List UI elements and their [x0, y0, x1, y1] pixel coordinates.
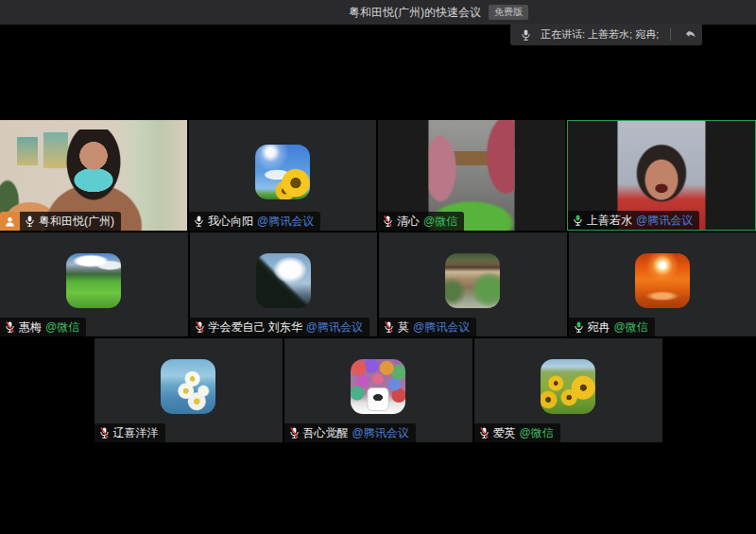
platform-suffix: @微信	[45, 319, 79, 336]
avatar	[351, 359, 405, 414]
meeting-title: 粤和田悦(广州)的快速会议	[349, 5, 481, 21]
name-label: 莫 @腾讯会议	[379, 318, 476, 336]
mic-icon	[194, 215, 204, 228]
mic-muted-icon	[5, 320, 15, 334]
avatar	[541, 359, 595, 414]
host-person-icon	[4, 215, 16, 228]
platform-suffix: @微信	[614, 319, 648, 336]
video-tile[interactable]: 学会爱自己 刘东华 @腾讯会议	[190, 233, 378, 336]
free-version-badge: 免费版	[489, 5, 528, 20]
participant-name: 吾心觉醒	[303, 425, 349, 441]
video-tile[interactable]: 莫 @腾讯会议	[379, 233, 567, 336]
participant-label: 粤和田悦(广州)	[0, 212, 121, 231]
video-tile[interactable]: 清心 @微信	[378, 120, 565, 231]
name-label: 辽喜洋洋	[94, 423, 165, 442]
video-tile[interactable]: 上善若水 @腾讯会议	[567, 120, 756, 231]
participant-name: 莫	[398, 319, 409, 336]
name-label: 我心向阳 @腾讯会议	[189, 212, 320, 231]
participant-name: 我心向阳	[208, 214, 253, 230]
participant-label: 辽喜洋洋	[94, 423, 165, 442]
mic-muted-icon	[383, 215, 393, 228]
collapse-reply-arrow-icon[interactable]	[678, 28, 702, 41]
participant-label: 清心 @微信	[378, 212, 464, 231]
platform-suffix: @微信	[423, 214, 457, 230]
speaking-now-text: 正在讲话: 上善若水; 宛冉;	[541, 27, 666, 42]
grid-row-1: 粤和田悦(广州) 我心向阳 @腾讯会议 清心	[0, 120, 756, 231]
name-label: 吾心觉醒 @腾讯会议	[284, 423, 416, 442]
mic-speaking-icon	[574, 320, 584, 334]
video-tile[interactable]: 粤和田悦(广州)	[0, 120, 187, 231]
avatar	[256, 253, 311, 308]
name-label: 清心 @微信	[378, 212, 464, 231]
name-label: 惠梅 @微信	[0, 318, 86, 336]
platform-suffix: @腾讯会议	[257, 214, 314, 230]
name-label: 上善若水 @腾讯会议	[568, 211, 699, 230]
platform-suffix: @腾讯会议	[413, 319, 470, 336]
mic-muted-icon	[479, 426, 490, 439]
speaking-status-bar: 正在讲话: 上善若水; 宛冉;	[510, 24, 702, 45]
video-tile[interactable]: 爱英 @微信	[474, 338, 662, 442]
grid-row-3: 辽喜洋洋 吾心觉醒 @腾讯会议 爱	[94, 338, 662, 442]
participant-name: 辽喜洋洋	[113, 425, 159, 441]
participant-label: 宛冉 @微信	[569, 318, 655, 336]
participant-label: 爱英 @微信	[474, 423, 560, 442]
participant-name: 爱英	[493, 425, 516, 441]
divider	[670, 28, 671, 41]
video-tile[interactable]: 宛冉 @微信	[569, 233, 756, 336]
participant-label: 我心向阳 @腾讯会议	[189, 212, 320, 231]
participant-label: 惠梅 @微信	[0, 318, 86, 336]
platform-suffix: @微信	[520, 425, 554, 441]
participant-label: 上善若水 @腾讯会议	[568, 211, 699, 230]
video-tile[interactable]: 吾心觉醒 @腾讯会议	[284, 338, 472, 442]
mic-muted-icon	[384, 320, 394, 334]
name-label: 学会爱自己 刘东华 @腾讯会议	[190, 318, 370, 336]
participant-name: 清心	[397, 214, 420, 230]
platform-suffix: @腾讯会议	[636, 213, 693, 229]
mic-muted-icon	[289, 426, 300, 439]
avatar	[66, 253, 121, 308]
participant-label: 莫 @腾讯会议	[379, 318, 476, 336]
grid-row-2: 惠梅 @微信 学会爱自己 刘东华 @腾讯会议	[0, 233, 756, 336]
mic-icon	[25, 215, 35, 228]
video-tile[interactable]: 惠梅 @微信	[0, 233, 188, 336]
name-label: 宛冉 @微信	[569, 318, 655, 336]
participant-name: 惠梅	[19, 319, 42, 336]
video-tile[interactable]: 辽喜洋洋	[94, 338, 283, 442]
name-label: 粤和田悦(广州)	[20, 212, 121, 231]
mic-speaking-icon	[573, 214, 583, 227]
name-label: 爱英 @微信	[474, 423, 560, 442]
participant-name: 粤和田悦(广州)	[39, 214, 114, 230]
meeting-window: 粤和田悦(广州)的快速会议 免费版 正在讲话: 上善若水; 宛冉;	[0, 0, 756, 534]
avatar	[161, 359, 215, 414]
participant-name: 学会爱自己 刘东华	[209, 319, 302, 336]
video-grid: 粤和田悦(广州) 我心向阳 @腾讯会议 清心	[0, 120, 756, 442]
participant-label: 学会爱自己 刘东华 @腾讯会议	[190, 318, 370, 336]
video-tile[interactable]: 我心向阳 @腾讯会议	[189, 120, 376, 231]
participant-name: 宛冉	[588, 319, 610, 336]
platform-suffix: @腾讯会议	[352, 425, 409, 441]
mic-muted-icon	[99, 426, 110, 439]
title-bar: 粤和田悦(广州)的快速会议 免费版	[0, 0, 756, 25]
microphone-icon	[510, 28, 541, 42]
participant-label: 吾心觉醒 @腾讯会议	[284, 423, 416, 442]
avatar	[255, 145, 310, 199]
avatar	[445, 253, 500, 308]
host-badge	[0, 212, 20, 231]
platform-suffix: @腾讯会议	[306, 319, 363, 336]
avatar	[635, 253, 690, 308]
participant-name: 上善若水	[587, 213, 632, 229]
mic-muted-icon	[195, 320, 205, 334]
